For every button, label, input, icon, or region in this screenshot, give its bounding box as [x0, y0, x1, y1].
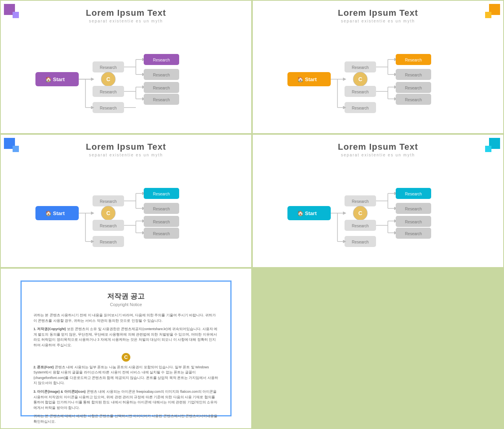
slide-3: Lorem Ipsum Text separat existentie es u…: [0, 134, 252, 268]
slide-1: Lorem Ipsum Text separat existentie es u…: [0, 0, 252, 134]
copyright-slide: 저작권 공고 Copyright Notice 귀하는 본 콘텐츠 사용하시기 …: [0, 268, 252, 429]
section-2-title: 2. 폰트(Font): [33, 365, 54, 369]
slide-1-title: Lorem Ipsum Text: [86, 8, 166, 18]
slide-4-flowchart: 🏠 Start Research C Research Research Res…: [261, 163, 495, 263]
section-2-text: 콘텐츠 내에 사용되는 일부 폰트는 나눔 폰트의 사용권이 포함되어 있습니다…: [33, 365, 218, 385]
slide-3-subtitle: separat existentie es un myth: [89, 153, 163, 157]
svg-text:🏠 Start: 🏠 Start: [297, 76, 317, 83]
svg-text:Research: Research: [405, 232, 422, 236]
copyright-body: 귀하는 본 콘텐츠 사용하시기 전에 이 내용을 읽어보시기 바라며, 다음에 …: [33, 313, 219, 425]
svg-text:Research: Research: [100, 106, 117, 110]
svg-text:Research: Research: [100, 199, 117, 204]
copyright-title: 저작권 공고: [33, 292, 219, 301]
svg-text:Research: Research: [405, 192, 422, 196]
copyright-c-icon: C: [122, 353, 130, 362]
svg-text:Research: Research: [153, 220, 170, 224]
svg-text:Research: Research: [352, 224, 369, 228]
svg-text:C: C: [358, 210, 362, 216]
corner-decoration-small: [485, 12, 491, 18]
copyright-subtitle: Copyright Notice: [33, 302, 219, 307]
slide-1-svg: 🏠 Start Research C Research Research Res…: [32, 40, 220, 119]
copyright-section-3: 3. 아이콘(Image) & 아이콘2(Icon) 콘텐츠 내에 사용되는 아…: [33, 389, 219, 410]
slide-4: Lorem Ipsum Text separat existentie es u…: [252, 134, 504, 268]
corner-decoration-small: [13, 146, 19, 152]
svg-text:Research: Research: [100, 65, 117, 70]
svg-text:Research: Research: [100, 90, 117, 94]
slide-2-title: Lorem Ipsum Text: [338, 8, 418, 18]
corner-decoration-small: [485, 146, 491, 152]
slide-4-subtitle: separat existentie es un myth: [341, 153, 415, 157]
slide-1-flowchart: 🏠 Start Research C Research Research Res…: [9, 29, 243, 129]
svg-text:Research: Research: [405, 98, 422, 102]
svg-text:Research: Research: [153, 192, 170, 196]
slide-4-svg: 🏠 Start Research C Research Research Res…: [284, 174, 472, 253]
slide-3-title: Lorem Ipsum Text: [86, 142, 166, 152]
copyright-section-1: 1. 저작권(Copyright) 보든 콘텐츠의 소유 및 사용권한은 콘텐츠…: [33, 327, 219, 348]
svg-text:Research: Research: [352, 65, 369, 70]
slide-3-flowchart: 🏠 Start Research C Research Research Res…: [9, 163, 243, 263]
svg-text:C: C: [106, 210, 110, 216]
svg-text:Research: Research: [405, 73, 422, 77]
svg-text:🏠 Start: 🏠 Start: [45, 76, 65, 83]
svg-text:Research: Research: [352, 240, 369, 244]
svg-text:Research: Research: [153, 73, 170, 77]
svg-text:🏠 Start: 🏠 Start: [45, 210, 65, 217]
svg-text:Research: Research: [153, 86, 170, 90]
slide-2: Lorem Ipsum Text separat existentie es u…: [252, 0, 504, 134]
corner-decoration-small: [13, 12, 19, 18]
svg-text:Research: Research: [352, 90, 369, 94]
copyright-footer: 귀하는 본 콘텐츠에 대해서 세세한 사항은 콘텐츠를 선택하시면 아이디어가 …: [33, 414, 219, 424]
svg-text:Research: Research: [405, 58, 422, 62]
slide-2-svg: 🏠 Start Research C Research Research Res…: [284, 40, 472, 119]
slide-3-svg: 🏠 Start Research C Research Research Res…: [32, 174, 220, 253]
svg-text:Research: Research: [100, 240, 117, 244]
svg-text:Research: Research: [153, 207, 170, 211]
svg-text:Research: Research: [352, 199, 369, 204]
copyright-intro: 귀하는 본 콘텐츠 사용하시기 전에 이 내용을 읽어보시기 바라며, 다음에 …: [33, 313, 219, 323]
svg-text:Research: Research: [352, 106, 369, 110]
svg-text:Research: Research: [153, 98, 170, 102]
svg-text:Research: Research: [405, 207, 422, 211]
copyright-section-2: 2. 폰트(Font) 콘텐츠 내에 사용되는 일부 폰트는 나눔 폰트의 사용…: [33, 365, 219, 386]
slide-4-title: Lorem Ipsum Text: [338, 142, 418, 152]
svg-text:Research: Research: [405, 220, 422, 224]
slide-2-flowchart: 🏠 Start Research C Research Research Res…: [261, 29, 495, 129]
green-area: [252, 268, 504, 429]
svg-text:🏠 Start: 🏠 Start: [297, 210, 317, 217]
slide-2-subtitle: separat existentie es un myth: [341, 19, 415, 23]
section-3-title: 3. 아이콘(Image) & 아이콘2(Icon): [33, 390, 85, 394]
svg-text:Research: Research: [153, 232, 170, 236]
svg-text:C: C: [358, 76, 362, 82]
copyright-container: 저작권 공고 Copyright Notice 귀하는 본 콘텐츠 사용하시기 …: [20, 280, 232, 416]
svg-text:Research: Research: [153, 58, 170, 62]
slide-1-subtitle: separat existentie es un myth: [89, 19, 163, 23]
section-1-title: 1. 저작권(Copyright): [33, 327, 66, 331]
svg-text:C: C: [106, 76, 110, 82]
svg-text:Research: Research: [100, 224, 117, 228]
svg-text:Research: Research: [405, 86, 422, 90]
